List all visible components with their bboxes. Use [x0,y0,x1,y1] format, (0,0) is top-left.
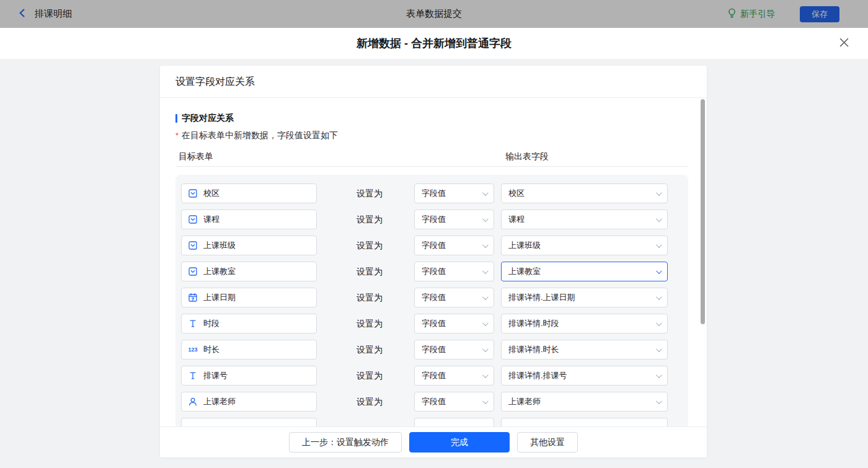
card-footer: 上一步：设置触发动作 完成 其他设置 [160,426,707,457]
value-type-select[interactable]: 字段值 [414,366,494,386]
target-field-label: 课程 [203,214,219,225]
field-mapping-row: 时段设置为字段值排课详情.时段 [175,314,688,333]
chevron-down-icon [656,346,662,352]
modal-title: 新增数据 - 合并新增到普通字段 [356,36,512,51]
output-field-select[interactable]: 上课老师 [501,392,668,412]
output-field-select[interactable]: 校区 [501,183,668,203]
set-as-label: 设置为 [356,236,383,255]
target-field-label: 时长 [203,344,219,355]
close-button[interactable] [836,35,852,51]
target-field-box[interactable]: 上课日期 [181,288,317,307]
required-asterisk: * [175,130,179,141]
output-field-select[interactable]: 课程 [501,210,668,229]
topbar: 排课明细 表单数据提交 新手引导 保存 [0,0,868,28]
guide-button[interactable]: 新手引导 [727,8,775,20]
note-text: 在目标表单中新增数据，字段值设置如下 [182,130,338,141]
value-type-select[interactable]: 字段值 [414,340,494,360]
set-as-label: 设置为 [356,210,383,229]
target-field-box[interactable]: 时段 [181,314,317,333]
section-accent-bar [175,114,177,123]
value-type-select[interactable]: 字段值 [414,262,494,281]
text-field-icon [188,319,198,329]
target-field-box[interactable]: 课程 [181,210,317,229]
column-header-target-form: 目标表单 [179,151,213,162]
guide-label: 新手引导 [740,9,775,20]
target-field-label: 上课教室 [203,266,236,277]
target-field-box[interactable]: 排课号 [181,366,317,386]
target-field-box[interactable]: 上课老师 [181,392,317,412]
output-field-select[interactable]: 排课详情.时长 [501,340,668,360]
target-field-box[interactable]: 上课教室 [181,262,317,281]
chevron-down-icon [656,372,662,378]
select-field-icon [188,188,198,198]
target-field-label: 校区 [203,188,219,199]
chevron-down-icon [656,242,662,248]
output-field-select[interactable]: 排课详情.排课号 [501,366,668,386]
chevron-down-icon [482,242,489,248]
field-mapping-row: 校区设置为字段值校区 [175,183,688,203]
value-type-select[interactable]: 字段值 [414,392,494,412]
field-mapping-row: 排课号设置为字段值排课详情.排课号 [175,366,688,386]
target-field-label: 上课班级 [203,240,236,251]
value-type-select[interactable]: 字段值 [414,236,494,255]
target-field-box[interactable]: 上课班级 [181,236,317,255]
field-mapping-row: 上课日期设置为字段值排课详情.上课日期 [175,288,688,307]
target-field-label: 上课老师 [203,396,236,407]
close-icon [839,37,849,50]
value-type-select[interactable] [414,418,494,426]
chevron-down-icon [656,320,662,326]
set-as-label: 设置为 [356,288,383,307]
date-field-icon [188,293,198,302]
header-divider [175,166,688,167]
lightbulb-icon [727,8,737,20]
other-settings-button[interactable]: 其他设置 [517,432,578,453]
target-field-box[interactable]: 123时长 [181,340,317,360]
chevron-down-icon [482,294,489,300]
modal-header: 新增数据 - 合并新增到普通字段 [0,28,868,59]
value-type-select[interactable]: 字段值 [414,288,494,307]
rows-container: 校区设置为字段值校区课程设置为字段值课程上课班级设置为字段值上课班级上课教室设置… [175,175,688,426]
output-field-select[interactable] [501,418,668,426]
chevron-down-icon [656,268,662,274]
modal-body: 设置字段对应关系 字段对应关系 * 在目标表单中新增数据，字段值设置如下 目标表… [0,59,868,468]
field-mapping-row: 上课老师设置为字段值上课老师 [175,392,688,412]
field-mapping-row: 上课教室设置为字段值上课教室 [175,262,688,281]
set-as-label: 设置为 [356,183,383,203]
number-field-icon: 123 [188,345,198,355]
chevron-down-icon [482,320,489,326]
field-mapping-row: 上课班级设置为字段值上课班级 [175,236,688,255]
value-type-select[interactable]: 字段值 [414,183,494,203]
field-mapping-row: 课程设置为字段值课程 [175,210,688,229]
field-mapping-row-partial [175,418,688,426]
chevron-down-icon [656,190,662,196]
output-field-select[interactable]: 排课详情.时段 [501,314,668,333]
set-as-label: 设置为 [356,340,383,360]
required-note: * 在目标表单中新增数据，字段值设置如下 [175,130,338,141]
chevron-down-icon [656,398,662,404]
select-field-icon [188,267,198,276]
done-button[interactable]: 完成 [409,432,510,453]
set-as-label: 设置为 [356,314,383,333]
text-field-icon [188,371,198,381]
scrollbar-thumb[interactable] [701,99,705,324]
save-button[interactable]: 保存 [800,6,839,22]
previous-step-button[interactable]: 上一步：设置触发动作 [289,432,402,453]
chevron-down-icon [482,346,489,352]
output-field-select[interactable]: 上课教室 [501,262,668,281]
chevron-down-icon [482,190,489,196]
target-field-label: 排课号 [203,370,228,381]
output-field-select[interactable]: 上课班级 [501,236,668,255]
chevron-down-icon [482,398,489,404]
select-field-icon [188,214,198,224]
card-header-title: 设置字段对应关系 [160,66,707,98]
chevron-down-icon [482,216,489,222]
field-mapping-card: 设置字段对应关系 字段对应关系 * 在目标表单中新增数据，字段值设置如下 目标表… [160,66,707,457]
target-field-box[interactable] [181,418,317,426]
output-field-select[interactable]: 排课详情.上课日期 [501,288,668,307]
value-type-select[interactable]: 字段值 [414,314,494,333]
card-scroll-area: 字段对应关系 * 在目标表单中新增数据，字段值设置如下 目标表单 输出表字段 校… [160,98,707,426]
set-as-label: 设置为 [356,262,383,281]
value-type-select[interactable]: 字段值 [414,210,494,229]
target-field-box[interactable]: 校区 [181,183,317,203]
person-field-icon [188,397,198,407]
